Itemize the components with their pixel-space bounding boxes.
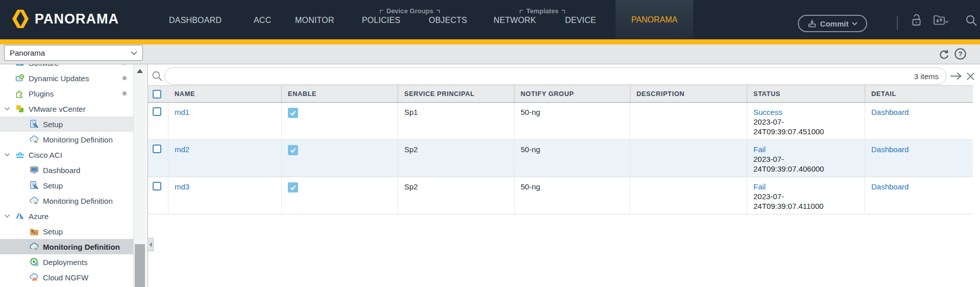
col-header-service-principal[interactable]: SERVICE PRINCIPAL xyxy=(398,86,514,102)
sidebar-item-vmware-setup[interactable]: Setup xyxy=(0,116,134,132)
col-header-name[interactable]: NAME xyxy=(168,86,282,102)
chevron-down-icon[interactable] xyxy=(4,107,11,111)
table-row: md2 Sp2 50-ng Fail 2023-07-24T09:39:07.4… xyxy=(148,140,973,177)
status-dot xyxy=(122,91,127,95)
check-icon xyxy=(289,184,297,191)
status-timestamp: 2023-07-24T09:39:07.451000 xyxy=(753,117,831,136)
panorama-logo-icon xyxy=(11,9,30,29)
apply-filter-arrow-icon[interactable] xyxy=(949,71,963,81)
sidebar-item-azure-cloud-ngfw[interactable]: Cloud NGFW xyxy=(0,270,134,285)
enable-checkbox[interactable] xyxy=(288,182,298,193)
sidebar-item-dynamic-updates[interactable]: Dynamic Updates xyxy=(0,70,134,86)
chevron-down-icon[interactable] xyxy=(4,214,11,218)
commit-button-label: Commit xyxy=(820,19,849,28)
col-header-enable[interactable]: ENABLE xyxy=(282,86,398,102)
search-icon[interactable] xyxy=(965,14,978,27)
enable-checkbox[interactable] xyxy=(288,108,298,118)
sidebar-item-label: Monitoring Definition xyxy=(43,135,113,144)
status-link[interactable]: Success xyxy=(753,108,782,116)
sidebar-item-cisco-aci[interactable]: Cisco ACI xyxy=(0,147,134,162)
folder-transfer-icon[interactable] xyxy=(933,14,949,27)
sidebar-item-cisco-dashboard[interactable]: Dashboard xyxy=(0,162,134,178)
nav-tab-network[interactable]: NETWORK xyxy=(494,16,536,25)
sidebar-item-label: Setup xyxy=(43,227,63,236)
deployments-icon xyxy=(30,257,39,267)
device-groups-label: Device Groups xyxy=(380,7,440,15)
cell-status: Fail 2023-07-24T09:39:07.406000 xyxy=(747,140,865,177)
sidebar-item-cisco-monitoring-definition[interactable]: Monitoring Definition xyxy=(0,193,134,208)
corner-bracket-right xyxy=(561,10,565,13)
col-header-status[interactable]: STATUS xyxy=(747,86,865,102)
sidebar-item-cisco-setup[interactable]: Setup xyxy=(0,178,134,193)
commit-button[interactable]: Commit xyxy=(798,15,867,32)
nav-tab-objects[interactable]: OBJECTS xyxy=(429,16,467,25)
sidebar-item-azure-monitoring-definition[interactable]: Monitoring Definition xyxy=(0,239,134,254)
cell-name: md2 xyxy=(168,140,282,177)
sidebar-item-partial[interactable] xyxy=(0,284,134,287)
corner-bracket-right xyxy=(436,10,440,13)
detail-link[interactable]: Dashboard xyxy=(871,145,909,154)
sidebar-item-vmware-vcenter[interactable]: VMware vCenter xyxy=(0,101,134,116)
sidebar-item-azure-setup[interactable]: Setup xyxy=(0,224,134,239)
refresh-icon[interactable] xyxy=(937,47,950,60)
nav-tab-device[interactable]: DEVICE xyxy=(565,16,596,25)
top-navbar: PANORAMA DASHBOARD ACC MONITOR POLICIES … xyxy=(0,0,980,39)
cell-enable xyxy=(282,177,398,214)
row-select-cell xyxy=(148,140,168,177)
name-link[interactable]: md3 xyxy=(175,182,189,191)
table-header-row: NAME ENABLE SERVICE PRINCIPAL NOTIFY GRO… xyxy=(148,85,973,103)
nav-tab-dashboard[interactable]: DASHBOARD xyxy=(169,16,222,25)
sidebar-item-label: Setup xyxy=(43,181,63,190)
nav-tab-panorama[interactable]: PANORAMA xyxy=(616,0,693,39)
sidebar-item-azure-deployments[interactable]: Deployments xyxy=(0,254,134,270)
plugins-icon xyxy=(15,89,24,98)
table-filter-input[interactable] xyxy=(172,72,914,81)
row-checkbox[interactable] xyxy=(153,145,161,153)
status-dot xyxy=(122,64,127,65)
chevron-down-icon[interactable] xyxy=(4,153,11,157)
col-header-description[interactable]: DESCRIPTION xyxy=(630,86,747,102)
sidebar-item-label: Dynamic Updates xyxy=(29,74,89,83)
sidebar-collapse-handle[interactable] xyxy=(148,238,154,251)
help-icon[interactable]: ? xyxy=(954,47,967,60)
sidebar-item-label: Setup xyxy=(43,120,63,129)
nav-tab-acc[interactable]: ACC xyxy=(254,16,271,25)
sidebar-item-software[interactable]: Software xyxy=(0,64,134,70)
app-root: PANORAMA DASHBOARD ACC MONITOR POLICIES … xyxy=(0,0,980,287)
nav-tab-monitor[interactable]: MONITOR xyxy=(295,16,334,25)
sidebar-item-label: Azure xyxy=(29,212,48,221)
scroll-up-arrow-icon[interactable] xyxy=(137,69,143,73)
vmware-icon xyxy=(15,104,24,113)
sidebar-item-azure[interactable]: Azure xyxy=(0,208,134,224)
cloud-chart-icon xyxy=(30,135,39,144)
context-selector-value: Panorama xyxy=(10,49,131,57)
table-search-icon[interactable] xyxy=(151,70,163,82)
clear-filter-close-icon[interactable] xyxy=(966,71,975,81)
row-checkbox[interactable] xyxy=(153,182,161,190)
nav-tab-policies[interactable]: POLICIES xyxy=(362,16,400,25)
software-icon xyxy=(15,64,24,67)
status-link[interactable]: Fail xyxy=(753,145,766,154)
detail-link[interactable]: Dashboard xyxy=(871,182,909,191)
name-link[interactable]: md1 xyxy=(175,108,189,116)
unlock-icon[interactable] xyxy=(910,13,923,28)
status-link[interactable]: Fail xyxy=(753,182,766,191)
col-header-notify-group[interactable]: NOTIFY GROUP xyxy=(514,86,630,102)
sidebar-item-plugins[interactable]: Plugins xyxy=(0,86,134,101)
check-icon xyxy=(289,147,297,154)
device-groups-text: Device Groups xyxy=(386,7,433,15)
detail-link[interactable]: Dashboard xyxy=(871,108,909,116)
sidebar-item-vmware-monitoring-definition[interactable]: Monitoring Definition xyxy=(0,132,134,147)
sidebar-scrollbar[interactable] xyxy=(133,64,147,287)
name-link[interactable]: md2 xyxy=(175,145,189,154)
dynamic-updates-icon xyxy=(15,74,24,83)
context-selector[interactable]: Panorama xyxy=(4,45,143,61)
cell-description xyxy=(630,103,747,139)
row-checkbox[interactable] xyxy=(153,107,161,116)
scrollbar-thumb[interactable] xyxy=(135,244,145,287)
select-all-cell xyxy=(148,86,168,102)
select-all-checkbox[interactable] xyxy=(153,90,161,99)
setup-doc-icon xyxy=(30,119,39,129)
col-header-detail[interactable]: DETAIL xyxy=(865,86,973,102)
enable-checkbox[interactable] xyxy=(288,145,298,155)
